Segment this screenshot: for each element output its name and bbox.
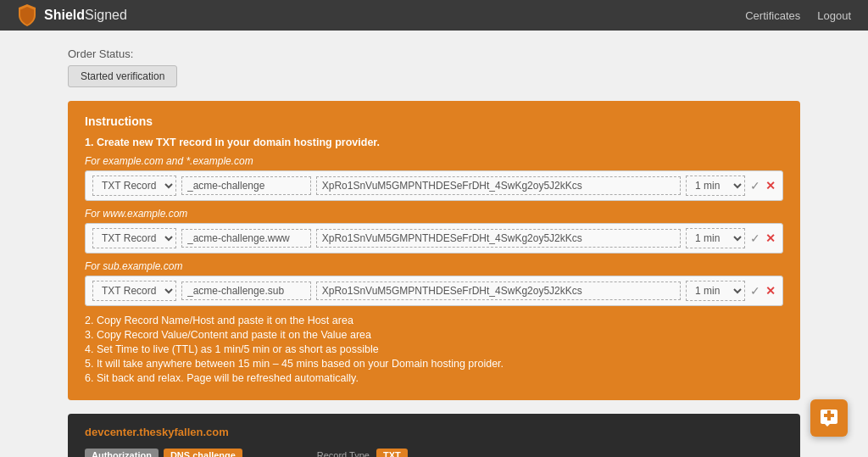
steps-list: 2. Copy Record Name/Host and paste it on… xyxy=(85,315,783,384)
record-ttl-select-3[interactable]: 1 min xyxy=(686,281,745,301)
domain-info-box: devcenter.theskyfallen.com Authorization… xyxy=(68,414,800,457)
instructions-title: Instructions xyxy=(85,114,783,128)
instructions-box: Instructions 1. Create new TXT record in… xyxy=(68,101,800,400)
record-host-input-2[interactable] xyxy=(181,229,311,248)
chat-fab-button[interactable] xyxy=(810,399,848,437)
main-content: Order Status: Started verification Instr… xyxy=(0,31,868,457)
record-ttl-select-1[interactable]: 1 min xyxy=(686,176,745,196)
record-check-icon-1[interactable]: ✓ xyxy=(750,179,760,192)
record-type-select-1[interactable]: TXT Record xyxy=(92,176,176,196)
logo-area: ShieldSigned xyxy=(17,3,127,27)
record-row-1: TXT Record 1 min ✓ ✕ xyxy=(85,170,783,201)
record-check-icon-2[interactable]: ✓ xyxy=(750,231,760,245)
record-type-value-tag: TXT xyxy=(376,449,408,457)
record-type-select-2[interactable]: TXT Record xyxy=(92,228,176,248)
domain-left: Authorization DNS challenge Status Pendi… xyxy=(85,449,242,457)
record-host-input-3[interactable] xyxy=(181,281,311,300)
for-sub-label: For sub.example.com xyxy=(85,260,783,272)
record-delete-icon-2[interactable]: ✕ xyxy=(765,231,776,245)
certificates-link[interactable]: Certificates xyxy=(745,9,800,22)
record-value-input-1[interactable] xyxy=(316,176,681,195)
step-3: 3. Copy Record Value/Content and paste i… xyxy=(85,329,783,341)
record-type-select-3[interactable]: TXT Record xyxy=(92,281,176,301)
domain-right: Record Type TXT Record Name/Host _acme-c… xyxy=(259,449,783,457)
auth-label-tag: Authorization xyxy=(85,449,159,457)
order-status-label: Order Status: xyxy=(68,47,800,60)
chat-icon xyxy=(819,408,839,428)
step-2: 2. Copy Record Name/Host and paste it on… xyxy=(85,315,783,326)
auth-value-tag: DNS challenge xyxy=(164,449,242,457)
step-6: 6. Sit back and relax. Page will be refr… xyxy=(85,372,783,384)
record-row-3: TXT Record 1 min ✓ ✕ xyxy=(85,276,783,306)
record-check-icon-3[interactable]: ✓ xyxy=(750,284,760,298)
logout-link[interactable]: Logout xyxy=(817,9,851,22)
auth-row: Authorization DNS challenge xyxy=(85,449,242,457)
logo-text: ShieldSigned xyxy=(44,8,127,23)
record-type-label: Record Type xyxy=(259,450,370,457)
record-host-input-1[interactable] xyxy=(181,176,311,195)
record-value-input-3[interactable] xyxy=(316,281,681,300)
step-4: 4. Set Time to live (TTL) as 1 min/5 min… xyxy=(85,343,783,355)
order-status-section: Order Status: Started verification xyxy=(68,47,800,87)
record-row-2: TXT Record 1 min ✓ ✕ xyxy=(85,223,783,254)
record-ttl-select-2[interactable]: 1 min xyxy=(686,228,745,248)
shield-logo-icon xyxy=(17,3,37,27)
domain-name: devcenter.theskyfallen.com xyxy=(85,426,783,438)
nav-links: Certificates Logout xyxy=(745,9,851,22)
for-www-label: For www.example.com xyxy=(85,208,783,220)
domain-details-row: Authorization DNS challenge Status Pendi… xyxy=(85,449,783,457)
instructions-step1: 1. Create new TXT record in your domain … xyxy=(85,137,783,148)
record-delete-icon-3[interactable]: ✕ xyxy=(765,284,776,298)
for-example-label: For example.com and *.example.com xyxy=(85,155,783,167)
step-5: 5. It will take anywhere between 15 min … xyxy=(85,358,783,370)
record-value-input-2[interactable] xyxy=(316,229,681,248)
header: ShieldSigned Certificates Logout xyxy=(0,0,868,31)
record-type-row: Record Type TXT xyxy=(259,449,783,457)
record-delete-icon-1[interactable]: ✕ xyxy=(765,179,776,192)
order-status-badge: Started verification xyxy=(68,65,177,87)
